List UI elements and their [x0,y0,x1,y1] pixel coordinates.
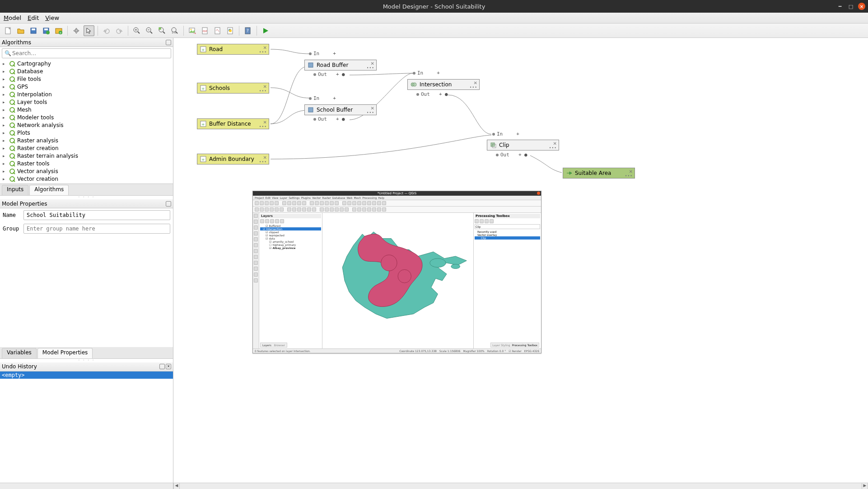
node-schools-input[interactable]: + Schools ✕••• [197,83,269,94]
tree-item[interactable]: ▸Interpolation [0,90,173,98]
name-input[interactable] [23,210,170,220]
expand-icon[interactable]: ▸ [3,169,7,174]
scroll-left-icon[interactable]: ◀ [173,483,180,489]
node-clip[interactable]: Clip ✕••• [487,140,559,150]
group-input[interactable] [23,224,170,234]
select-icon[interactable] [84,25,94,36]
node-intersection[interactable]: Intersection ✕••• [407,79,480,90]
tree-item[interactable]: ▸Raster analysis [0,136,173,144]
close-node-icon[interactable]: ✕ [553,141,557,146]
undo-history-list[interactable]: <empty> [0,371,173,483]
export-svg-icon[interactable] [212,25,223,36]
port-out[interactable]: Out [313,71,345,77]
undo-icon[interactable] [101,25,112,36]
expand-icon[interactable]: ▸ [3,138,7,143]
tree-item[interactable]: ▸Modeler tools [0,113,173,121]
expand-icon[interactable]: ▸ [3,69,7,74]
close-node-icon[interactable]: ✕ [629,169,633,174]
dock-icon[interactable] [166,201,171,207]
tab-model-properties[interactable]: Model Properties [37,348,93,358]
scroll-right-icon[interactable]: ▶ [862,483,868,489]
run-icon[interactable] [260,25,271,36]
node-school-buffer[interactable]: School Buffer ✕••• [304,104,377,115]
tree-item[interactable]: ▸Raster creation [0,144,173,152]
splitter-handle[interactable]: · · · · [0,359,173,362]
expand-icon[interactable]: ▸ [3,115,7,120]
close-panel-icon[interactable]: × [166,364,171,369]
port-in[interactable]: In [413,70,440,76]
expand-icon[interactable]: ▸ [3,161,7,166]
tree-item[interactable]: ▸Raster terrain analysis [0,152,173,160]
tree-item[interactable]: ▸Vector creation [0,175,173,183]
port-in[interactable]: In [309,51,336,56]
save-icon[interactable] [28,25,39,36]
expand-icon[interactable]: ▸ [3,146,7,150]
tree-item[interactable]: ▸Mesh [0,106,173,113]
zoom-full-icon[interactable] [157,25,168,36]
menu-edit[interactable]: Edit [28,14,39,21]
export-python-icon[interactable] [225,25,236,36]
zoom-out-icon[interactable] [144,25,155,36]
horizontal-scrollbar[interactable]: ◀ ▶ [0,483,868,489]
tree-item[interactable]: ▸Database [0,67,173,75]
port-out[interactable]: Out [416,91,448,97]
expand-icon[interactable]: ▸ [3,123,7,127]
close-node-icon[interactable]: ✕ [263,45,267,50]
expand-icon[interactable]: ▸ [3,154,7,158]
tab-variables[interactable]: Variables [2,348,37,358]
node-suitable-area-output[interactable]: Suitable Area ✕••• [563,168,635,179]
maximize-button[interactable]: □ [847,3,854,10]
tree-item[interactable]: ▸File tools [0,75,173,83]
zoom-in-icon[interactable] [131,25,142,36]
close-node-icon[interactable]: ✕ [474,80,477,85]
expand-icon[interactable]: ▸ [3,92,7,97]
node-buffer-distance-input[interactable]: + Buffer Distance ✕••• [197,118,269,129]
tree-item[interactable]: ▸Plots [0,129,173,136]
undo-item[interactable]: <empty> [0,371,173,379]
export-image-icon[interactable]: → [187,25,198,36]
close-node-icon[interactable]: ✕ [263,120,267,125]
pan-icon[interactable] [71,25,82,36]
save-project-icon[interactable]: + [53,25,64,36]
expand-icon[interactable]: ▸ [3,85,7,89]
port-in[interactable]: In [492,131,519,137]
menu-view[interactable]: View [45,14,59,21]
close-node-icon[interactable]: ✕ [371,61,374,66]
tree-item[interactable]: ▸Network analysis [0,121,173,129]
expand-icon[interactable]: ▸ [3,61,7,66]
close-node-icon[interactable]: ✕ [371,106,374,111]
edit-help-icon[interactable]: ? [243,25,253,36]
redo-icon[interactable] [114,25,125,36]
new-icon[interactable] [3,25,14,36]
expand-icon[interactable]: ▸ [3,108,7,112]
tree-item[interactable]: ▸Raster tools [0,160,173,167]
close-button[interactable]: × [858,3,865,10]
expand-icon[interactable]: ▸ [3,100,7,104]
tab-inputs[interactable]: Inputs [2,185,28,195]
close-node-icon[interactable]: ✕ [263,84,267,89]
expand-icon[interactable]: ▸ [3,77,7,81]
model-canvas[interactable]: + Road ✕••• + Schools ✕••• + Buffer Dist… [173,38,868,483]
node-road-buffer[interactable]: Road Buffer ✕••• [304,60,377,71]
dock-icon[interactable] [166,40,171,45]
open-icon[interactable] [15,25,26,36]
search-input[interactable] [2,48,171,58]
dock-icon[interactable] [159,364,165,369]
port-in[interactable]: In [309,95,336,101]
export-pdf-icon[interactable]: PDF [200,25,210,36]
algorithm-tree[interactable]: ▸Cartography▸Database▸File tools▸GPS▸Int… [0,60,173,184]
menu-model[interactable]: Model [4,14,21,21]
zoom-100-icon[interactable]: 1:1 [169,25,180,36]
port-out[interactable]: Out [313,116,345,122]
tab-algorithms[interactable]: Algorithms [29,185,69,195]
minimize-button[interactable]: ━ [836,3,844,10]
port-out[interactable]: Out [496,152,527,158]
tree-item[interactable]: ▸Cartography [0,60,173,67]
expand-icon[interactable]: ▸ [3,177,7,181]
node-admin-boundary-input[interactable]: + Admin Boundary ✕••• [197,154,269,165]
splitter-handle[interactable]: · · · · [0,196,173,199]
close-node-icon[interactable]: ✕ [263,155,267,160]
save-as-icon[interactable] [41,25,51,36]
node-road-input[interactable]: + Road ✕••• [197,44,269,55]
tree-item[interactable]: ▸Layer tools [0,98,173,106]
